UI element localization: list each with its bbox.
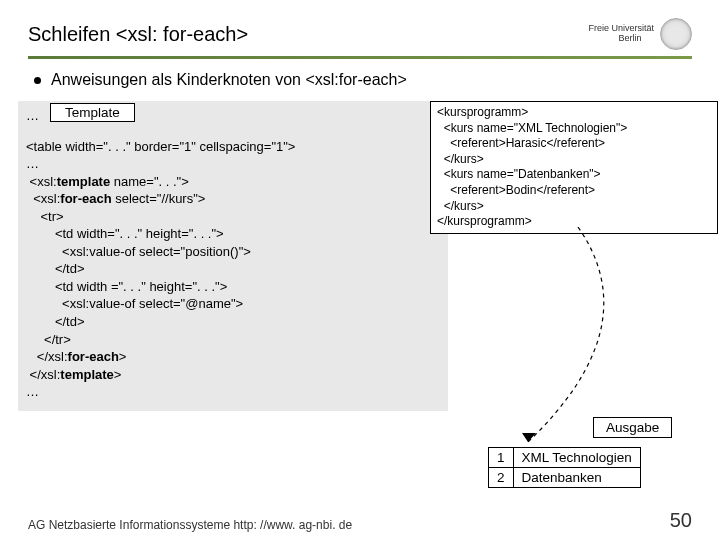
slide-title: Schleifen <xsl: for-each>	[28, 23, 248, 46]
code-line: </xsl:template>	[26, 366, 440, 384]
bullet-dot-icon	[34, 77, 41, 84]
code-line: …	[26, 155, 440, 173]
xml-line: <referent>Bodin</referent>	[437, 183, 711, 199]
cell-value: Datenbanken	[513, 468, 640, 488]
code-line: <xsl:template name=". . .">	[26, 173, 440, 191]
code-line: </td>	[26, 313, 440, 331]
university-logo: Freie Universität Berlin	[588, 18, 692, 50]
code-line: <table width=". . ." border="1" cellspac…	[26, 138, 440, 156]
cell-index: 2	[489, 468, 514, 488]
code-line: </xsl:for-each>	[26, 348, 440, 366]
page-number: 50	[670, 509, 692, 532]
xml-line: </kurs>	[437, 199, 711, 215]
seal-icon	[660, 18, 692, 50]
output-table: 1 XML Technologien 2 Datenbanken	[488, 447, 641, 488]
logo-line2: Berlin	[618, 34, 654, 44]
xml-line: <referent>Harasic</referent>	[437, 136, 711, 152]
template-label: Template	[50, 103, 135, 122]
table-row: 1 XML Technologien	[489, 448, 641, 468]
output-label: Ausgabe	[593, 417, 672, 438]
code-line: <xsl:value-of select="@name">	[26, 295, 440, 313]
code-line: </tr>	[26, 331, 440, 349]
cell-value: XML Technologien	[513, 448, 640, 468]
code-line: <xsl:value-of select="position()">	[26, 243, 440, 261]
code-line: <tr>	[26, 208, 440, 226]
table-row: 2 Datenbanken	[489, 468, 641, 488]
xml-line: <kurs name="Datenbanken">	[437, 167, 711, 183]
xml-line: <kurs name="XML Technologien">	[437, 121, 711, 137]
code-line: </td>	[26, 260, 440, 278]
code-line: <td width=". . ." height=". . .">	[26, 225, 440, 243]
header-divider	[28, 56, 692, 59]
bullet-text: Anweisungen als Kinderknoten von <xsl:fo…	[51, 71, 407, 89]
xml-line: </kurs>	[437, 152, 711, 168]
code-line: …	[26, 383, 440, 401]
xml-line: <kursprogramm>	[437, 105, 711, 121]
bullet-item: Anweisungen als Kinderknoten von <xsl:fo…	[34, 71, 692, 89]
xml-sample-block: <kursprogramm> <kurs name="XML Technolog…	[430, 101, 718, 234]
xsl-code-block: … <table width=". . ." border="1" cellsp…	[18, 101, 448, 411]
svg-marker-0	[522, 433, 536, 442]
code-line: <td width =". . ." height=". . .">	[26, 278, 440, 296]
code-line: <xsl:for-each select="//kurs">	[26, 190, 440, 208]
cell-index: 1	[489, 448, 514, 468]
footer-text: AG Netzbasierte Informationssysteme http…	[28, 518, 352, 532]
